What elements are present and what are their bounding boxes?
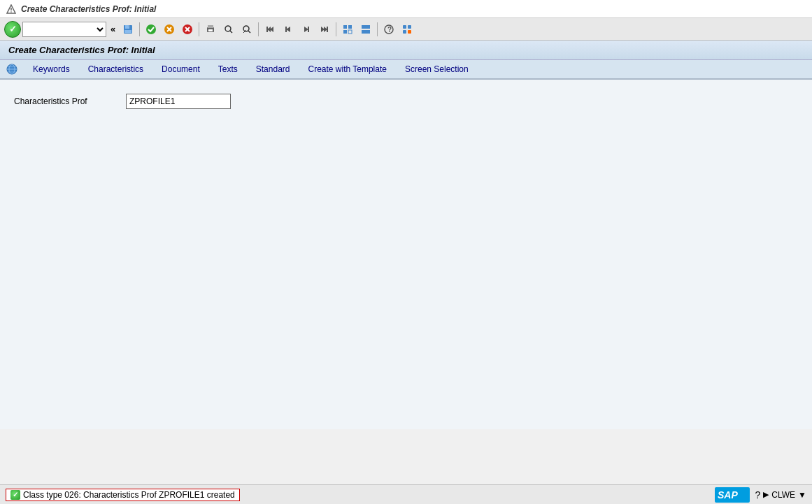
toolbar-sep-4 xyxy=(336,22,336,36)
svg-rect-16 xyxy=(208,29,213,31)
toolbar: ✓ « xyxy=(0,18,812,41)
svg-text:SAP: SAP xyxy=(718,489,738,501)
svg-rect-25 xyxy=(266,27,268,32)
svg-rect-38 xyxy=(362,30,370,34)
tab-characteristics[interactable]: Characteristics xyxy=(79,61,152,78)
cancel-orange-button[interactable] xyxy=(161,21,178,38)
nav-last-button[interactable] xyxy=(316,21,333,38)
status-text: Class type 026: Characteristics Prof ZPR… xyxy=(23,490,235,500)
svg-text:?: ? xyxy=(387,26,392,34)
toolbar-sep-2 xyxy=(199,22,199,36)
svg-rect-41 xyxy=(403,25,406,29)
tab-create-with-template[interactable]: Create with Template xyxy=(299,61,396,78)
svg-rect-33 xyxy=(343,25,347,29)
tab-texts[interactable]: Texts xyxy=(209,61,247,78)
svg-point-20 xyxy=(243,26,249,31)
section-header-title: Create Characteristics Prof: Initial xyxy=(8,45,155,55)
title-bar-title: Create Characteristics Prof: Initial xyxy=(21,4,156,14)
toolbar-sep-3 xyxy=(258,22,259,36)
status-check-icon: ✓ xyxy=(10,490,20,500)
green-confirm-button[interactable]: ✓ xyxy=(4,21,21,38)
nav-first-button[interactable] xyxy=(262,21,278,38)
characteristics-prof-input[interactable] xyxy=(126,94,231,109)
tab-bar-icon xyxy=(6,63,18,75)
char-prof-label: Characteristics Prof xyxy=(14,96,126,106)
tab-keywords[interactable]: Keywords xyxy=(24,61,79,78)
svg-rect-5 xyxy=(124,30,131,33)
svg-rect-32 xyxy=(327,27,328,32)
dropdown-arrow-icon[interactable]: ▼ xyxy=(798,490,806,500)
form-area: Characteristics Prof xyxy=(0,80,812,429)
toolbar-sep-1 xyxy=(139,22,140,36)
svg-rect-35 xyxy=(343,30,347,34)
svg-line-21 xyxy=(248,31,250,33)
command-dropdown[interactable] xyxy=(22,22,106,37)
tab-standard[interactable]: Standard xyxy=(247,61,299,78)
nav-arrow-icon[interactable]: ▶ xyxy=(763,490,769,499)
sap-logo: SAP xyxy=(715,487,750,503)
svg-rect-44 xyxy=(408,30,411,34)
find-button[interactable] xyxy=(220,21,237,38)
toolbar-sep-5 xyxy=(377,22,378,36)
section-header: Create Characteristics Prof: Initial xyxy=(0,41,812,60)
system-id: CLWE xyxy=(771,490,795,500)
status-right-section: SAP ? ▶ CLWE ▼ xyxy=(715,487,806,503)
nav-next-button[interactable] xyxy=(298,21,315,38)
status-right-items: ? ▶ CLWE ▼ xyxy=(755,489,806,501)
svg-rect-27 xyxy=(285,27,287,32)
stop-red-button[interactable] xyxy=(179,21,196,38)
svg-rect-17 xyxy=(208,30,208,31)
status-message-box: ✓ Class type 026: Characteristics Prof Z… xyxy=(6,489,240,501)
tab-screen-selection[interactable]: Screen Selection xyxy=(396,61,478,78)
svg-rect-34 xyxy=(348,25,352,29)
svg-rect-29 xyxy=(308,27,309,32)
help-button[interactable]: ? xyxy=(380,21,397,38)
tab-bar: Keywords Characteristics Document Texts … xyxy=(0,60,812,80)
svg-rect-36 xyxy=(348,30,352,34)
back-nav-button[interactable]: « xyxy=(108,22,118,36)
svg-rect-37 xyxy=(362,25,370,29)
customize-button[interactable] xyxy=(399,21,415,38)
title-bar: Create Characteristics Prof: Initial xyxy=(0,0,812,18)
nav-prev-button[interactable] xyxy=(280,21,297,38)
help-icon[interactable]: ? xyxy=(755,489,761,501)
svg-rect-6 xyxy=(129,25,130,27)
svg-point-18 xyxy=(225,26,231,31)
tab-document[interactable]: Document xyxy=(152,61,209,78)
find-prev-button[interactable] xyxy=(238,21,255,38)
svg-point-7 xyxy=(146,24,156,34)
mode-button-1[interactable] xyxy=(339,21,356,38)
svg-rect-43 xyxy=(403,30,406,34)
status-bar: ✓ Class type 026: Characteristics Prof Z… xyxy=(0,484,812,504)
print-button[interactable] xyxy=(202,21,219,38)
mode-button-2[interactable] xyxy=(357,21,374,38)
svg-rect-15 xyxy=(208,25,213,28)
save-button[interactable] xyxy=(120,21,136,38)
svg-line-19 xyxy=(230,31,232,33)
confirm-green-button[interactable] xyxy=(143,21,159,38)
svg-point-2 xyxy=(10,11,12,13)
svg-rect-42 xyxy=(408,25,411,29)
form-row-char-prof: Characteristics Prof xyxy=(14,94,798,109)
title-bar-icon xyxy=(6,3,17,15)
